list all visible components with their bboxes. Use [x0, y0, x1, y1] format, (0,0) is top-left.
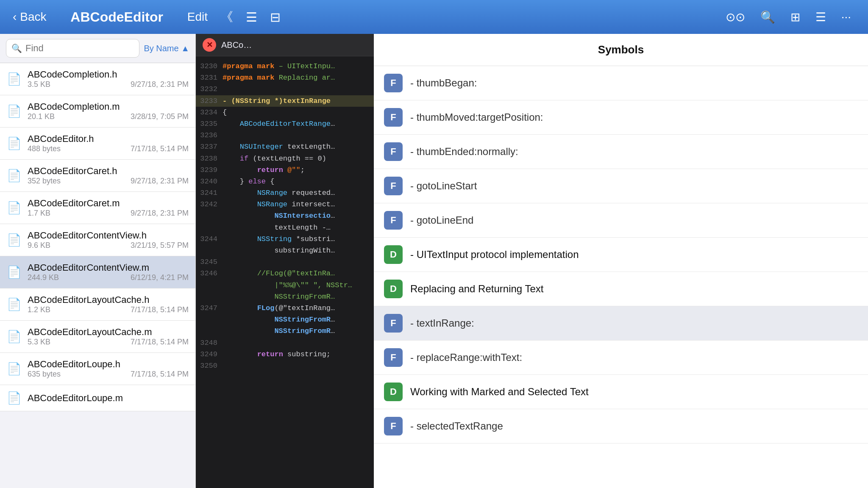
file-meta: 635 bytes 7/17/18, 5:14 PM [28, 370, 189, 379]
file-date: 3/21/19, 5:57 PM [131, 241, 189, 250]
file-info: ABCodeEditorLoupe.h 635 bytes 7/17/18, 5… [28, 359, 189, 379]
file-panel: 🔍 By Name ▲ 📄 ABCodeCompletion.h 3.5 KB … [0, 34, 196, 488]
file-date: 9/27/18, 2:31 PM [131, 80, 189, 89]
glasses-icon[interactable]: ⊙⊙ [726, 10, 745, 24]
file-size: 244.9 KB [28, 273, 59, 282]
file-meta: 5.3 KB 7/17/18, 5:14 PM [28, 338, 189, 347]
page-title: ABCodeEditor [50, 9, 184, 25]
back-nav-icon[interactable]: 《 [220, 8, 233, 26]
file-info: ABCodeEditorLayoutCache.m 5.3 KB 7/17/18… [28, 327, 189, 347]
file-item[interactable]: 📄 ABCodeEditorCaret.h 352 bytes 9/27/18,… [0, 160, 195, 192]
line-number: 3247 [199, 302, 223, 314]
file-date: 3/28/19, 7:05 PM [131, 112, 189, 121]
file-size: 5.3 KB [28, 338, 50, 347]
symbol-item[interactable]: F - thumbEnded:normally: [374, 135, 868, 169]
line-code: NSString *substri… [223, 233, 335, 245]
symbol-item[interactable]: F - gotoLineStart [374, 169, 868, 203]
code-line: NSIntersectio… [196, 210, 374, 222]
line-code: NSStringFromR… [223, 291, 335, 302]
file-item[interactable]: 📄 ABCodeEditorLayoutCache.m 5.3 KB 7/17/… [0, 321, 195, 353]
file-icon: 📄 [7, 297, 22, 311]
line-code: #pragma mark – UITextInpu… [223, 61, 335, 72]
line-code: { [223, 107, 227, 118]
file-item[interactable]: 📄 ABCodeCompletion.m 20.1 KB 3/28/19, 7:… [0, 95, 195, 128]
edit-button[interactable]: Edit [187, 10, 208, 24]
line-code: |"%%@\"" ", NSStr… [223, 280, 352, 291]
code-line: 3236 [196, 130, 374, 141]
symbol-badge: F [384, 177, 403, 195]
grid-icon[interactable]: ⊞ [790, 10, 800, 24]
line-number [199, 314, 223, 325]
file-info: ABCodeEditorContentView.m 244.9 KB 6/12/… [28, 262, 189, 282]
file-name: ABCodeEditorLayoutCache.m [28, 327, 189, 338]
code-line: 3244 NSString *substri… [196, 233, 374, 245]
code-line: |"%%@\"" ", NSStr… [196, 280, 374, 291]
symbol-item[interactable]: F - selectedTextRange [374, 409, 868, 444]
file-item[interactable]: 📄 ABCodeEditorLoupe.h 635 bytes 7/17/18,… [0, 353, 195, 385]
file-tab-label: ABCo… [221, 40, 252, 50]
file-name: ABCodeEditorContentView.m [28, 262, 189, 273]
symbol-item[interactable]: F - thumbMoved:targetPosition: [374, 100, 868, 135]
symbol-label: Working with Marked and Selected Text [410, 386, 589, 398]
line-code: } else { [223, 176, 274, 187]
symbol-item[interactable]: F - gotoLineEnd [374, 203, 868, 238]
bookmark-icon[interactable]: ⊟ [270, 10, 281, 25]
file-meta: 352 bytes 9/27/18, 2:31 PM [28, 177, 189, 186]
symbol-label: Replacing and Returning Text [410, 283, 543, 295]
line-code: if (textLength == 0) [223, 153, 326, 164]
file-item[interactable]: 📄 ABCodeEditorLoupe.m [0, 385, 195, 411]
file-item[interactable]: 📄 ABCodeEditorContentView.h 9.6 KB 3/21/… [0, 224, 195, 256]
file-size: 1.7 KB [28, 209, 50, 218]
symbol-item[interactable]: D - UITextInput protocol implementation [374, 238, 868, 272]
more-icon[interactable]: ··· [841, 10, 851, 24]
symbol-item[interactable]: D Replacing and Returning Text [374, 272, 868, 306]
line-number: 3249 [199, 349, 223, 360]
symbol-item[interactable]: F - replaceRange:withText: [374, 341, 868, 375]
menu-icon[interactable]: ☰ [815, 10, 826, 24]
symbol-label: - thumbEnded:normally: [410, 146, 518, 158]
back-chevron-icon: ‹ [13, 10, 17, 24]
list-icon[interactable]: ☰ [246, 10, 257, 25]
line-number: 3242 [199, 199, 223, 210]
file-item[interactable]: 📄 ABCodeEditor.h 488 bytes 7/17/18, 5:14… [0, 128, 195, 160]
line-number: 3245 [199, 256, 223, 268]
close-button[interactable]: ✕ [203, 38, 216, 52]
symbol-label: - thumbMoved:targetPosition: [410, 111, 543, 123]
sort-button[interactable]: By Name ▲ [144, 44, 189, 53]
search-icon[interactable]: 🔍 [760, 10, 775, 24]
file-name: ABCodeEditorCaret.m [28, 198, 189, 209]
line-code: substringWith… [223, 245, 335, 256]
file-name: ABCodeEditorLoupe.h [28, 359, 189, 370]
file-item[interactable]: 📄 ABCodeCompletion.h 3.5 KB 9/27/18, 2:3… [0, 63, 195, 95]
file-item[interactable]: 📄 ABCodeEditorContentView.m 244.9 KB 6/1… [0, 256, 195, 288]
file-name: ABCodeEditor.h [28, 133, 189, 144]
code-line: substringWith… [196, 245, 374, 256]
file-size: 9.6 KB [28, 241, 50, 250]
line-number: 3237 [199, 141, 223, 152]
code-line: 3241 NSRange requested… [196, 187, 374, 199]
symbol-badge: F [384, 348, 403, 367]
file-item[interactable]: 📄 ABCodeEditorLayoutCache.h 1.2 KB 7/17/… [0, 288, 195, 321]
symbol-badge: F [384, 142, 403, 161]
symbol-item[interactable]: F - thumbBegan: [374, 66, 868, 100]
file-item[interactable]: 📄 ABCodeEditorCaret.m 1.7 KB 9/27/18, 2:… [0, 192, 195, 224]
file-info: ABCodeEditorLoupe.m [28, 393, 189, 404]
code-line: 3245 [196, 256, 374, 268]
search-wrapper[interactable]: 🔍 [6, 39, 139, 58]
code-line: 3246 //FLog(@"textInRa… [196, 268, 374, 279]
symbol-item[interactable]: F - textInRange: [374, 306, 868, 341]
file-meta: 20.1 KB 3/28/19, 7:05 PM [28, 112, 189, 121]
code-line: 3248 [196, 337, 374, 349]
file-date: 7/17/18, 5:14 PM [131, 305, 189, 314]
line-code: NSIntersectio… [223, 210, 335, 222]
code-line: 3235 ABCodeEditorTextRange… [196, 118, 374, 130]
file-name: ABCodeCompletion.m [28, 101, 189, 112]
symbol-item[interactable]: D Working with Marked and Selected Text [374, 375, 868, 409]
back-button[interactable]: Back [20, 10, 46, 24]
code-line: 3231#pragma mark Replacing ar… [196, 72, 374, 83]
code-line: 3250 [196, 360, 374, 372]
symbols-arrow [781, 34, 796, 35]
line-number: 3241 [199, 187, 223, 199]
search-input[interactable] [25, 43, 134, 54]
code-line: NSStringFromR… [196, 325, 374, 337]
